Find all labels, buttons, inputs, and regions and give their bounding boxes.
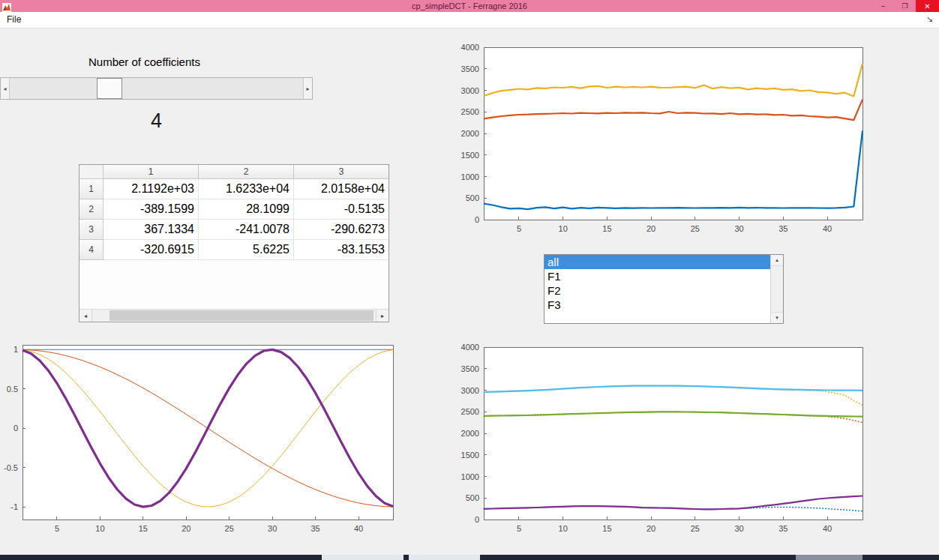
svg-text:1000: 1000: [461, 172, 479, 181]
svg-text:25: 25: [225, 524, 234, 533]
table-cell[interactable]: 5.6225: [199, 240, 294, 260]
listbox-scroll-up-icon[interactable]: ▴: [771, 255, 783, 266]
slider-right-arrow-icon[interactable]: ▸: [303, 78, 312, 99]
table-row-header[interactable]: 4: [80, 240, 104, 260]
svg-text:30: 30: [734, 224, 743, 233]
table-row-header[interactable]: 1: [80, 179, 104, 199]
coefficients-slider[interactable]: ◂ ▸: [0, 77, 313, 100]
scroll-left-arrow-icon[interactable]: ◂: [80, 310, 92, 322]
table-body: 12.1192e+031.6233e+042.0158e+042-389.159…: [80, 179, 388, 260]
table-row: 12.1192e+031.6233e+042.0158e+04: [80, 179, 388, 199]
svg-text:20: 20: [646, 224, 656, 233]
svg-text:35: 35: [778, 524, 788, 533]
svg-text:500: 500: [466, 493, 479, 502]
table-cell[interactable]: -0.5135: [294, 199, 388, 220]
table-cell[interactable]: -389.1599: [104, 199, 199, 220]
svg-text:5: 5: [517, 224, 521, 233]
svg-text:1000: 1000: [461, 472, 479, 481]
listbox-items: allF1F2F3: [544, 255, 783, 312]
table-cell[interactable]: -241.0078: [199, 220, 294, 240]
taskbar-window-preview[interactable]: [322, 555, 405, 560]
svg-text:0: 0: [14, 424, 18, 433]
svg-text:25: 25: [691, 524, 700, 533]
listbox-item-F3[interactable]: F3: [544, 298, 770, 312]
table-cell[interactable]: 2.1192e+03: [104, 179, 199, 199]
svg-text:-1: -1: [10, 502, 18, 511]
table-scrollbar-thumb[interactable]: [110, 310, 374, 321]
svg-text:2500: 2500: [461, 407, 479, 416]
plot-raw-formants: 5101520253035400500100015002000250030003…: [450, 38, 870, 239]
table-column-header[interactable]: 1: [104, 165, 199, 179]
svg-text:15: 15: [602, 224, 611, 233]
svg-text:3000: 3000: [461, 386, 479, 395]
y-axis-ticks: 05001000150020002500300035004000: [461, 343, 487, 524]
slider-thumb[interactable]: [97, 78, 122, 99]
table-cell[interactable]: -320.6915: [104, 240, 199, 260]
svg-text:4000: 4000: [461, 43, 479, 52]
formant-listbox[interactable]: allF1F2F3 ▴ ▾: [544, 254, 784, 324]
listbox-item-F2[interactable]: F2: [544, 283, 770, 298]
taskbar-window-preview[interactable]: [409, 555, 480, 560]
listbox-scroll-down-icon[interactable]: ▾: [771, 312, 783, 323]
chart-svg: 510152025303540-1-0.500.51: [0, 336, 405, 540]
svg-text:-0.5: -0.5: [4, 463, 18, 472]
svg-text:0.5: 0.5: [7, 385, 18, 394]
table-horizontal-scrollbar[interactable]: ◂ ▸: [80, 309, 388, 322]
minimize-button[interactable]: –: [872, 0, 894, 12]
svg-text:2000: 2000: [461, 129, 479, 138]
chart-svg: 5101520253035400500100015002000250030003…: [450, 38, 870, 239]
table-cell[interactable]: 1.6233e+04: [199, 179, 294, 199]
slider-left-arrow-icon[interactable]: ◂: [1, 78, 10, 99]
table-row-header[interactable]: 2: [80, 199, 104, 220]
table-cell[interactable]: 28.1099: [199, 199, 294, 220]
restore-button[interactable]: ❐: [894, 0, 916, 12]
svg-text:25: 25: [691, 224, 700, 233]
menu-file[interactable]: File: [0, 12, 28, 27]
svg-text:10: 10: [559, 524, 568, 533]
svg-text:15: 15: [139, 524, 148, 533]
table-cell[interactable]: 2.0158e+04: [294, 179, 388, 199]
svg-text:4000: 4000: [461, 343, 479, 352]
table-cell[interactable]: 367.1334: [104, 220, 199, 240]
listbox-item-F1[interactable]: F1: [544, 269, 770, 283]
svg-text:40: 40: [823, 224, 832, 233]
chart-svg: 5101520253035400500100015002000250030003…: [450, 338, 870, 539]
table-row: 3367.1334-241.0078-290.6273: [80, 220, 388, 240]
titlebar[interactable]: cp_simpleDCT - Ferragne 2016 – ❐ ✕: [0, 0, 939, 12]
svg-text:2000: 2000: [461, 429, 479, 438]
table-cell[interactable]: -83.1553: [294, 240, 388, 260]
table-row: 2-389.159928.1099-0.5135: [80, 199, 388, 220]
table-row-header[interactable]: 3: [80, 220, 104, 240]
taskbar-window-preview[interactable]: [796, 555, 862, 560]
listbox-item-all[interactable]: all: [544, 255, 770, 269]
table-column-header[interactable]: 2: [199, 165, 294, 179]
svg-text:2500: 2500: [461, 107, 479, 116]
dct-coefficients-table: 123 12.1192e+031.6233e+042.0158e+042-389…: [79, 164, 389, 322]
close-button[interactable]: ✕: [916, 0, 939, 12]
svg-text:5: 5: [517, 524, 521, 533]
svg-text:40: 40: [823, 524, 832, 533]
svg-text:35: 35: [310, 524, 320, 533]
scroll-right-arrow-icon[interactable]: ▸: [376, 310, 388, 322]
table-row: 4-320.69155.6225-83.1553: [80, 240, 388, 260]
y-axis-ticks: 05001000150020002500300035004000: [461, 43, 487, 224]
svg-text:10: 10: [559, 224, 568, 233]
svg-text:3000: 3000: [461, 86, 479, 95]
svg-text:10: 10: [95, 524, 104, 533]
svg-text:0: 0: [475, 515, 479, 524]
svg-text:1500: 1500: [461, 451, 479, 460]
table-column-header[interactable]: 3: [294, 165, 388, 179]
table-corner-cell: [80, 165, 104, 179]
svg-text:35: 35: [778, 224, 788, 233]
slider-label: Number of coefficients: [88, 55, 200, 68]
dock-figure-icon[interactable]: ↘: [926, 14, 933, 24]
plot-smoothed-formants: 5101520253035400500100015002000250030003…: [450, 338, 870, 539]
svg-text:20: 20: [182, 524, 190, 533]
svg-text:3500: 3500: [461, 364, 479, 373]
listbox-scrollbar[interactable]: ▴ ▾: [770, 255, 783, 323]
svg-text:30: 30: [734, 524, 743, 533]
taskbar-strip[interactable]: [0, 555, 939, 560]
table-column-headers: 123: [80, 165, 388, 179]
table-cell[interactable]: -290.6273: [294, 220, 388, 240]
svg-text:20: 20: [646, 524, 656, 533]
